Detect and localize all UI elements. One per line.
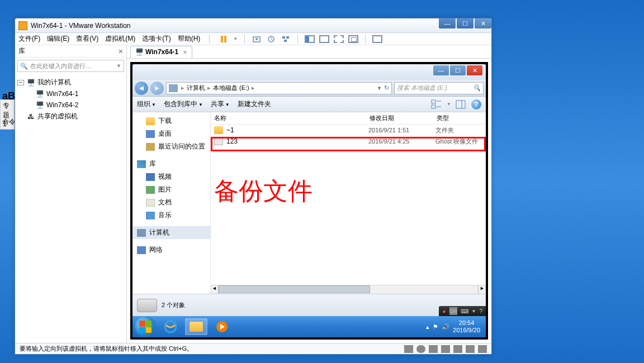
preview-pane-icon[interactable]: [456, 99, 467, 109]
cmd-new-folder[interactable]: 新建文件夹: [238, 99, 271, 109]
dropdown-arrow-icon[interactable]: ▼: [233, 36, 238, 41]
refresh-icon[interactable]: ↻: [384, 84, 389, 92]
device-hdd-icon[interactable]: [404, 345, 413, 353]
annotation-text: 备份文件: [214, 175, 312, 208]
view-unity-icon[interactable]: [334, 35, 344, 43]
menu-file[interactable]: 文件(F): [18, 34, 40, 44]
view-thumbnails-icon[interactable]: [372, 35, 382, 43]
tree-downloads[interactable]: 下载: [132, 114, 210, 127]
minimize-button[interactable]: —: [439, 18, 456, 28]
collapse-icon[interactable]: −: [17, 80, 24, 85]
tree-my-computer[interactable]: − 🖥️ 我的计算机: [17, 77, 124, 88]
pause-icon[interactable]: [219, 34, 229, 44]
vm-tab-icon: 🖥️: [135, 48, 143, 56]
explorer-titlebar[interactable]: — ☐ ✕: [132, 64, 486, 80]
snapshot-icon[interactable]: [252, 34, 262, 44]
device-display-icon[interactable]: [478, 345, 487, 353]
clock-time: 20:54: [453, 319, 480, 327]
device-sound-icon[interactable]: [453, 345, 462, 353]
dropdown-icon[interactable]: ▼: [116, 63, 121, 69]
computer-icon: 🖥️: [26, 78, 35, 87]
tree-music[interactable]: 音乐: [132, 209, 210, 222]
computer-icon: [137, 229, 146, 237]
crumb-drive[interactable]: 本地磁盘 (E:): [213, 84, 249, 92]
tree-computer[interactable]: 计算机: [132, 226, 210, 239]
device-cd-icon[interactable]: [416, 345, 425, 353]
taskbar-wmp[interactable]: [211, 318, 233, 335]
explorer-search-input[interactable]: 搜索 本地磁盘 (E:) 🔍: [394, 82, 484, 94]
tray-expand-icon[interactable]: ▴: [426, 323, 429, 331]
tree-libraries[interactable]: 库: [132, 157, 210, 170]
tree-vm2[interactable]: 🖥️ Win7x64-2: [17, 99, 124, 111]
ime-toolbar[interactable]: ● CH ⌨ ▼ ?: [439, 306, 486, 316]
view-fullscreen-icon[interactable]: [319, 35, 329, 43]
vmware-title: Win7x64-1 - VMware Workstation: [31, 22, 131, 30]
view-multiple-icon[interactable]: [348, 35, 358, 43]
crumb-computer[interactable]: 计算机: [187, 84, 205, 92]
ime-keyboard-icon[interactable]: ⌨: [461, 308, 468, 314]
snapshot-manager-icon[interactable]: [281, 34, 291, 44]
taskbar-ie[interactable]: [159, 318, 182, 335]
ime-lang-button[interactable]: CH: [449, 307, 457, 315]
revert-icon[interactable]: [266, 34, 276, 44]
view-console-icon[interactable]: [305, 35, 315, 43]
library-search-input[interactable]: 🔍 在此处键入内容进行… ▼: [17, 60, 124, 72]
cmd-include[interactable]: 包含到库中▼: [164, 99, 203, 109]
menu-help[interactable]: 帮助(H): [178, 34, 201, 44]
menu-view[interactable]: 查看(V): [76, 34, 98, 44]
guest-maximize-button[interactable]: ☐: [450, 65, 466, 75]
cmd-organize[interactable]: 组织▼: [137, 99, 156, 109]
tree-desktop[interactable]: 桌面: [132, 127, 210, 140]
tree-video[interactable]: 视频: [132, 170, 210, 183]
vmware-titlebar[interactable]: Win7x64-1 - VMware Workstation — ☐ ✕: [15, 18, 491, 33]
maximize-button[interactable]: ☐: [457, 18, 473, 28]
horizontal-scrollbar[interactable]: ◄ ►: [211, 285, 486, 294]
tree-vm1[interactable]: 🖥️ Win7x64-1: [17, 88, 124, 99]
file-row-folder[interactable]: ~1 2016/9/21 1:51 文件夹: [211, 125, 486, 136]
tree-pictures[interactable]: 图片: [132, 183, 210, 196]
menu-tabs[interactable]: 选项卡(T): [142, 34, 171, 44]
view-mode-icon[interactable]: [431, 99, 442, 109]
back-button[interactable]: ◄: [135, 82, 148, 95]
svg-rect-7: [284, 40, 287, 42]
clock-date: 2016/9/20: [453, 327, 480, 334]
tray-flag-icon[interactable]: ⚑: [433, 323, 438, 331]
close-button[interactable]: ✕: [475, 18, 491, 28]
guest-taskbar: ▴ ⚑ 🔊 20:54 2016/9/20: [132, 316, 486, 337]
vm-screen[interactable]: — ☐ ✕ ◄ ► ▸ 计算机 ▸ 本地磁盘 (E:): [130, 62, 488, 340]
search-icon: 🔍: [20, 63, 28, 70]
device-usb-icon[interactable]: [441, 345, 450, 353]
guest-desktop: — ☐ ✕ ◄ ► ▸ 计算机 ▸ 本地磁盘 (E:): [132, 64, 486, 337]
address-bar[interactable]: ▸ 计算机 ▸ 本地磁盘 (E:) ▸ ▼ ↻: [166, 82, 392, 94]
tree-documents[interactable]: 文档: [132, 196, 210, 209]
help-icon[interactable]: ?: [471, 99, 481, 109]
start-button[interactable]: [135, 316, 156, 337]
guest-minimize-button[interactable]: —: [433, 65, 449, 75]
taskbar-explorer[interactable]: [185, 318, 207, 335]
vm-tabs: 🖥️ Win7x64-1 ×: [127, 45, 491, 59]
menu-edit[interactable]: 编辑(E): [47, 34, 69, 44]
ime-help-icon[interactable]: ?: [479, 308, 482, 314]
cmd-share[interactable]: 共享▼: [211, 99, 230, 109]
status-text: 2 个对象: [162, 301, 185, 309]
vm-tab-win7[interactable]: 🖥️ Win7x64-1 ×: [130, 46, 192, 58]
device-printer-icon[interactable]: [466, 345, 475, 353]
windows-logo-icon: [139, 321, 151, 333]
tab-close-icon[interactable]: ×: [183, 48, 187, 56]
col-type[interactable]: 类型: [433, 114, 484, 122]
menu-vm[interactable]: 虚拟机(M): [105, 34, 135, 44]
col-name[interactable]: 名称: [211, 114, 366, 122]
tree-shared[interactable]: + 🖧 共享的虚拟机: [17, 111, 124, 122]
tree-network[interactable]: 网络: [132, 243, 210, 256]
tree-recent[interactable]: 最近访问的位置: [132, 140, 210, 153]
guest-close-button[interactable]: ✕: [467, 65, 482, 75]
tray-clock[interactable]: 20:54 2016/9/20: [453, 319, 480, 334]
library-close-icon[interactable]: ×: [119, 47, 123, 56]
explorer-status-bar: 2 个对象: [132, 294, 486, 316]
col-date[interactable]: 修改日期: [366, 114, 433, 122]
device-net-icon[interactable]: [429, 345, 438, 353]
library-icon: [137, 160, 146, 168]
file-list[interactable]: ~1 2016/9/21 1:51 文件夹 123 2016/9/21 4:25…: [211, 125, 486, 285]
tray-volume-icon[interactable]: 🔊: [442, 323, 449, 331]
forward-button[interactable]: ►: [150, 82, 164, 95]
